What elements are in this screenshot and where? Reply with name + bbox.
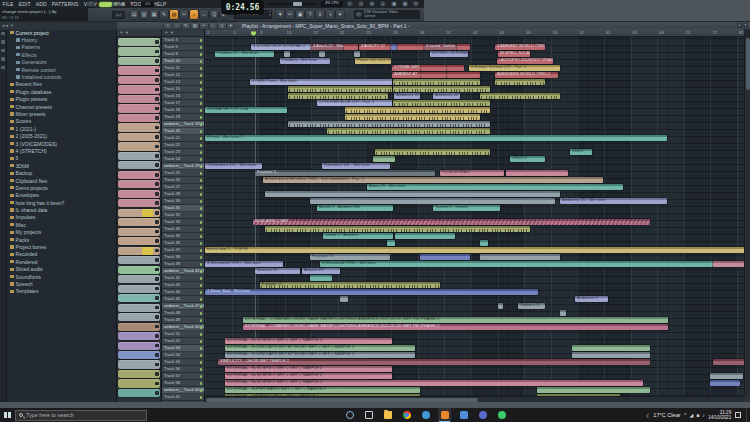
mute-icon[interactable] [155, 173, 159, 177]
playlist-clip[interactable] [288, 121, 490, 127]
playlist-clip[interactable]: 80 80 BPM C WET [253, 219, 650, 225]
browser-item-my-projects[interactable]: My projects [7, 229, 116, 236]
track-header-track-39[interactable]: Track 39 [162, 261, 204, 268]
playlist-clip[interactable] [480, 254, 560, 260]
taskbar-file-explorer[interactable] [381, 408, 394, 422]
browser-item-plugin-presets[interactable]: Plugin presets [7, 96, 116, 103]
playlist-clip[interactable] [572, 345, 650, 351]
save-tool-icon[interactable]: ▼ [276, 10, 284, 19]
wait-input-icon[interactable]: ◑ [358, 1, 364, 7]
track-header-track-38[interactable]: Track 38 [162, 254, 204, 261]
main-volume-knob[interactable] [88, 1, 94, 7]
playlist-clip[interactable] [710, 373, 743, 379]
browser-item-packs[interactable]: Packs [7, 236, 116, 243]
track-mute-led[interactable] [200, 326, 202, 328]
playlist-clip[interactable]: Marple 5 - Ambient RM [317, 205, 393, 211]
track-header-ambient-track-47-4[interactable]: ambient__Track 47 (4) [162, 303, 204, 310]
visualizer-panel[interactable]: ZGE Visualizer Video Control [354, 10, 420, 20]
mute-icon[interactable] [155, 258, 159, 262]
browser-item-rendered[interactable]: Rendered [7, 258, 116, 265]
track-mute-led[interactable] [200, 347, 202, 349]
picker-item-temples-choir-al[interactable]: TEMPLES? - CHOIR AL [118, 190, 160, 198]
browser-item-history[interactable]: History [7, 36, 116, 43]
track-header-track-57[interactable]: Track 57 [162, 373, 204, 380]
split-tool-icon[interactable]: Y [306, 10, 314, 19]
track-mute-led[interactable] [200, 284, 202, 286]
track-header-track-23[interactable]: Track 23 [162, 149, 204, 156]
track-mute-led[interactable] [200, 46, 202, 48]
horizontal-scrollbar[interactable] [205, 396, 744, 402]
playlist-clip[interactable]: Fountain 71 [310, 254, 390, 260]
playlist-clip[interactable]: EXTERNAL - COMBINED (VIDEO GAME WATER-LI… [243, 317, 668, 323]
playlist-clip[interactable]: 4 Westworld (TRK) - Wet lover [320, 261, 713, 267]
picker-item-smbat2-96[interactable]: SMBAT2 [96] [118, 389, 160, 397]
track-mute-led[interactable] [200, 186, 202, 188]
playlist-clip[interactable]: Antares FX [302, 268, 340, 274]
browser-nav-icon[interactable]: ◂ [2, 22, 4, 30]
typing-tool-icon[interactable]: ▤ [130, 10, 138, 19]
track-header-ambient-track-29-2[interactable]: ambient__Track 29 (2) [162, 163, 204, 170]
track-header-track-15[interactable]: Track 15 [162, 86, 204, 93]
show-desktop-button[interactable] [746, 408, 748, 422]
track-mute-led[interactable] [200, 60, 202, 62]
browser-item-3-voicemodes[interactable]: 3 (VOICEMODES) [7, 140, 116, 147]
browser-item-current-project[interactable]: Current project [7, 29, 116, 36]
picker-item-tenova-rgb[interactable]: TENOVA - RGB [118, 360, 160, 368]
track-header-track-10[interactable]: Track 10 [162, 58, 204, 65]
playlist-clip[interactable]: 6 PMW Piano - Wet lover [250, 79, 392, 85]
track-header-track-3[interactable]: Track 3 [162, 37, 204, 44]
mute-icon[interactable] [155, 287, 159, 291]
track-mute-led[interactable] [200, 74, 202, 76]
playlist-clip[interactable]: EXTERNAL - 80 80 BPM C WET + GET + SAMPL… [225, 366, 392, 372]
marker-icon[interactable]: ▾ [227, 23, 235, 30]
picker-item-6-scorn-33-fall-bl[interactable]: 6 SCORN - 33 FALL BL [118, 133, 160, 141]
picker-item-snow-pour-tellica-64[interactable]: snow pour tellica_64 [118, 323, 160, 331]
browser-item-3dbm[interactable]: 3DbM [7, 162, 116, 169]
playlist-clip[interactable]: Player 000 2000 RMX [355, 58, 391, 64]
picker-item-sharcas-final-def[interactable]: SHARCAS - FINAL DEF [118, 152, 160, 160]
playlist-clip[interactable]: 4 PRIME WET [392, 65, 421, 71]
track-mute-led[interactable] [200, 221, 202, 223]
playlist-clip[interactable]: EXTERNAL - SOUNDCAPS WET BY MOMO WET + G… [225, 352, 415, 358]
track-header-track-58[interactable]: Track 58 [162, 380, 204, 387]
picker-item-17-acf-slap-fake[interactable]: 17_ACF_slap_fake [118, 332, 160, 340]
playlist-clip[interactable]: Septima 22 [255, 268, 300, 274]
playlist-clip[interactable] [480, 240, 488, 246]
track-mute-led[interactable] [200, 270, 202, 272]
quantize-tool-icon[interactable]: ◑ [326, 10, 334, 19]
track-mute-led[interactable] [200, 88, 202, 90]
mute-icon[interactable] [155, 382, 159, 386]
playlist-clip[interactable] [572, 352, 650, 358]
playlist-clip[interactable] [395, 233, 455, 239]
mute-icon[interactable] [155, 116, 159, 120]
track-header-track-52[interactable]: Track 52 [162, 338, 204, 345]
slip-tool-icon[interactable]: ↔ [200, 10, 208, 19]
track-mute-led[interactable] [200, 165, 202, 167]
slider-thumb[interactable] [293, 2, 302, 6]
track-header-track-25[interactable]: Track 25 [162, 170, 204, 177]
track-header-track-37[interactable]: Track 37 [162, 247, 204, 254]
playlist-clip[interactable]: 4 Republica 101 - Wet lover [205, 163, 262, 169]
track-header-track-26[interactable]: Track 26 [162, 177, 204, 184]
track-mute-led[interactable] [200, 207, 202, 209]
playlist-clip[interactable]: PLUS ULTRA 2 [440, 170, 504, 176]
browser-item-generators[interactable]: Generators [7, 59, 116, 66]
playlist-clip[interactable]: 6 Hungry Territory (27) - Part_1 [469, 65, 560, 71]
track-mute-led[interactable] [200, 305, 202, 307]
mute-icon[interactable] [155, 145, 159, 149]
playlist-clip[interactable]: Republica 101 - Wet lover [322, 163, 390, 169]
track-header-track-56[interactable]: Track 56 [162, 366, 204, 373]
picker-item-smb-pandemic-pow[interactable]: SMB_pandemic_pow [118, 275, 160, 283]
browser-item-initialized-controls[interactable]: Initialized controls [7, 73, 116, 80]
track-header-track-5[interactable]: Track 5 [162, 44, 204, 51]
playlist-clip[interactable]: IN SPELL SOLAR [498, 51, 530, 57]
picker-item-momo-100-d-get-al[interactable]: MOMO - 100 D GET AL [118, 95, 160, 103]
track-mute-led[interactable] [200, 144, 202, 146]
mute-icon[interactable]: ♪ [209, 23, 217, 30]
playlist-clip[interactable] [288, 86, 392, 92]
track-mute-led[interactable] [200, 340, 202, 342]
picker-item-sound-f-x-wet-22[interactable]: SOUND F.X - WET 22 [118, 66, 160, 74]
playlist-clip[interactable]: A hard day at the office (TRK) - first e… [263, 177, 603, 183]
horizontal-scroll-thumb[interactable] [206, 398, 478, 402]
track-header-track-45[interactable]: Track 45 [162, 296, 204, 303]
